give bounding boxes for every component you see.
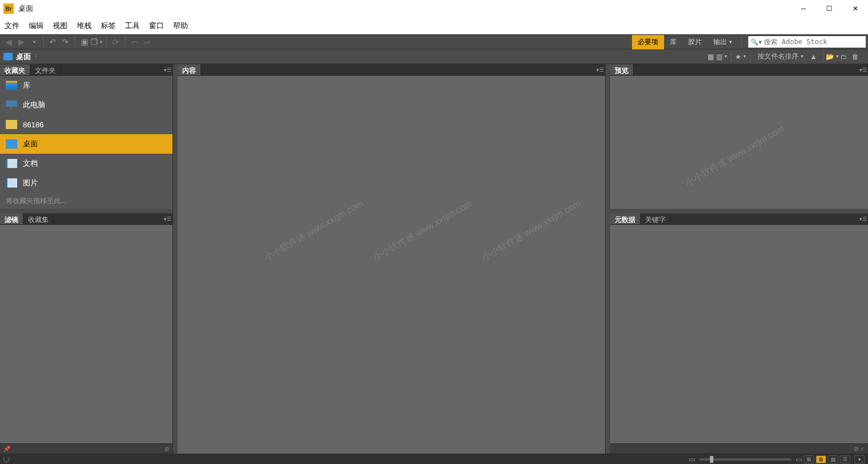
menu-edit[interactable]: 编辑 <box>29 21 44 31</box>
grid-icon[interactable]: ▦ <box>706 52 715 61</box>
filter-body <box>0 225 172 443</box>
sort-label[interactable]: 按文件名排序▼ <box>755 50 807 63</box>
tab-metadata[interactable]: 元数据 <box>610 213 641 224</box>
menubar: 文件 编辑 视图 堆栈 标签 工具 窗口 帮助 <box>0 17 868 34</box>
metadata-body <box>610 225 868 443</box>
tab-favorites[interactable]: 收藏夹 <box>0 64 30 75</box>
pin-icon[interactable]: 📌 <box>3 446 10 452</box>
view-grid-lock-button[interactable]: ⊞ <box>804 455 814 463</box>
search-input[interactable] <box>764 38 863 46</box>
panel-menu-icon[interactable]: ▾☰ <box>858 213 868 224</box>
tab-folders[interactable]: 文件夹 <box>30 64 61 75</box>
star-filter-icon[interactable]: ★▼ <box>736 52 745 61</box>
sort-asc-icon[interactable]: ▲ <box>809 52 818 61</box>
boomerang-button[interactable]: ↷ <box>59 36 72 48</box>
trash-icon[interactable]: 🗑 <box>851 52 860 61</box>
search-container: 🔍▾ <box>748 36 866 48</box>
menu-file[interactable]: 文件 <box>5 21 19 31</box>
close-button[interactable]: ✕ <box>842 0 868 17</box>
filter-panel: 滤镜 收藏集 ▾☰ 📌 ⊘ <box>0 213 172 454</box>
favorites-hint: 将收藏夹拖移至此... <box>0 193 172 209</box>
new-folder-icon[interactable]: 🗀 <box>839 52 849 61</box>
cancel-icon[interactable]: ⊘ <box>854 446 858 452</box>
watermark: 小小软件迷 www.xxrjm.com <box>684 123 787 190</box>
fav-label: 桌面 <box>23 139 38 149</box>
tab-content[interactable]: 内容 <box>178 64 201 75</box>
maximize-button[interactable]: ☐ <box>816 0 842 17</box>
rotate-cw-icon[interactable]: ⤻ <box>141 36 154 48</box>
filter-footer: 📌 ⊘ <box>0 443 172 454</box>
splitter-left[interactable] <box>0 209 172 213</box>
view-thumb-button[interactable]: ▤ <box>828 455 838 463</box>
minimize-button[interactable]: ─ <box>791 0 816 17</box>
apply-icon[interactable]: ✓ <box>860 446 865 452</box>
breadcrumb-label[interactable]: 桌面 <box>16 52 31 62</box>
folder-icon <box>6 120 17 129</box>
splitter-right[interactable] <box>610 209 868 213</box>
view-grid-button[interactable]: ⊞ <box>816 455 826 463</box>
fav-label: 此电脑 <box>23 100 45 110</box>
chevron-right-icon[interactable]: 〉 <box>34 53 40 61</box>
metadata-panel: 元数据 关键字 ▾☰ ⊘ ✓ <box>610 213 868 454</box>
toolbar: ◀ ▶ ▼ ↶ ↷ ▣ ❐▼ ⟳ ⤺ ⤻ 必要项 库 胶片 输出▼ 🔍▾ <box>0 34 868 49</box>
reveal-button[interactable]: ↶ <box>46 36 59 48</box>
menu-stack[interactable]: 堆栈 <box>77 21 92 31</box>
workspace-tab-output[interactable]: 输出▼ <box>708 35 739 49</box>
panel-menu-icon[interactable]: ▾☰ <box>858 64 868 75</box>
recent-dropdown[interactable]: ▼ <box>28 36 40 48</box>
fav-label: 文档 <box>23 158 38 169</box>
tab-collections[interactable]: 收藏集 <box>23 213 54 224</box>
watermark: 小小软件迷 www.xxrjm.com <box>262 198 366 264</box>
computer-icon <box>6 100 17 110</box>
workspace-tab-filmstrip[interactable]: 胶片 <box>682 35 708 49</box>
content-panel: 内容 ▾☰ 小小软件迷 www.xxrjm.com 小小软件迷 www.xxrj… <box>178 64 605 454</box>
fav-item-pictures[interactable]: 图片 <box>0 173 172 193</box>
fav-label: 库 <box>23 80 30 91</box>
zoom-slider[interactable] <box>700 458 791 461</box>
cancel-icon[interactable]: ⊘ <box>164 446 169 452</box>
rotate-ccw-icon[interactable]: ⤺ <box>128 36 141 48</box>
zoom-out-icon[interactable]: ▭ <box>689 455 695 463</box>
zoom-in-icon[interactable]: ▭ <box>796 455 802 463</box>
view-dropdown[interactable]: ▾ <box>854 455 865 463</box>
workspace-tab-library[interactable]: 库 <box>664 35 682 49</box>
panel-menu-icon[interactable]: ▾☰ <box>162 64 172 75</box>
tab-filter[interactable]: 滤镜 <box>0 213 23 224</box>
titlebar: Br 桌面 ─ ☐ ✕ <box>0 0 868 17</box>
fav-item-documents[interactable]: 文档 <box>0 154 172 173</box>
library-icon <box>6 81 17 90</box>
favorites-list: 库 此电脑 86186 桌面 文档 图片 将收藏夹拖移至此... <box>0 76 172 209</box>
back-button[interactable]: ◀ <box>2 36 15 48</box>
tab-preview[interactable]: 预览 <box>610 64 634 75</box>
grid-dropdown[interactable]: ▥▼ <box>717 52 726 61</box>
menu-label[interactable]: 标签 <box>101 21 116 31</box>
forward-button[interactable]: ▶ <box>15 36 28 48</box>
workspace-tab-essentials[interactable]: 必要项 <box>632 35 664 49</box>
camera-icon[interactable]: ▣ <box>78 36 91 48</box>
middle-column: 内容 ▾☰ 小小软件迷 www.xxrjm.com 小小软件迷 www.xxrj… <box>178 64 606 454</box>
tab-keywords[interactable]: 关键字 <box>641 213 671 224</box>
view-list-button[interactable]: ☰ <box>840 455 850 463</box>
fav-item-user[interactable]: 86186 <box>0 115 172 134</box>
open-folder-icon[interactable]: 📂▼ <box>828 52 837 61</box>
refine-icon[interactable]: ⟳ <box>109 36 122 48</box>
pictures-icon <box>6 178 17 188</box>
panel-menu-icon[interactable]: ▾☰ <box>595 64 605 75</box>
splitter-2[interactable] <box>606 64 610 454</box>
menu-view[interactable]: 视图 <box>53 21 68 31</box>
desktop-icon <box>6 139 17 149</box>
fav-item-desktop[interactable]: 桌面 <box>0 134 172 154</box>
window-title: 桌面 <box>18 3 33 14</box>
copy-icon[interactable]: ❐▼ <box>91 36 103 48</box>
menu-window[interactable]: 窗口 <box>149 21 164 31</box>
favorites-panel: 收藏夹 文件夹 ▾☰ 库 此电脑 86186 桌面 文档 图片 将收藏夹拖移至此… <box>0 64 172 209</box>
menu-tools[interactable]: 工具 <box>125 21 140 31</box>
menu-help[interactable]: 帮助 <box>173 21 188 31</box>
fav-item-library[interactable]: 库 <box>0 76 172 95</box>
panel-menu-icon[interactable]: ▾☰ <box>162 213 172 224</box>
content-body[interactable]: 小小软件迷 www.xxrjm.com 小小软件迷 www.xxrjm.com … <box>178 76 605 454</box>
fav-label: 图片 <box>23 178 38 188</box>
splitter-1[interactable] <box>173 64 178 454</box>
pathbar: 桌面 〉 ▦ ▥▼ ★▼ 按文件名排序▼ ▲ 📂▼ 🗀 🗑 <box>0 49 868 64</box>
fav-item-this-pc[interactable]: 此电脑 <box>0 95 172 115</box>
